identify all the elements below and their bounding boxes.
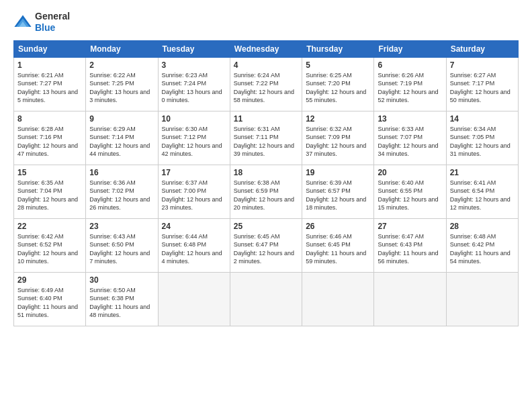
day-number: 7 [450, 60, 515, 70]
day-cell-13: 13 Sunrise: 6:33 AM Sunset: 7:07 PM Dayl… [374, 111, 446, 165]
col-saturday: Saturday [446, 40, 518, 57]
calendar-table: Sunday Monday Tuesday Wednesday Thursday… [13, 40, 519, 326]
calendar-week-2: 8 Sunrise: 6:28 AM Sunset: 7:16 PM Dayli… [14, 111, 519, 165]
day-info: Sunrise: 6:34 AM Sunset: 7:05 PM Dayligh… [450, 125, 515, 158]
day-number: 3 [162, 60, 226, 70]
day-number: 21 [450, 168, 515, 177]
day-cell-28: 28 Sunrise: 6:48 AM Sunset: 6:42 PM Dayl… [446, 218, 518, 272]
day-cell-15: 15 Sunrise: 6:35 AM Sunset: 7:04 PM Dayl… [14, 165, 86, 218]
day-number: 8 [17, 114, 82, 124]
day-cell-21: 21 Sunrise: 6:41 AM Sunset: 6:54 PM Dayl… [446, 165, 518, 218]
day-number: 15 [17, 168, 82, 177]
day-number: 5 [306, 60, 370, 70]
day-number: 23 [89, 222, 154, 231]
day-info: Sunrise: 6:40 AM Sunset: 6:55 PM Dayligh… [378, 179, 442, 212]
day-number: 14 [450, 114, 515, 124]
day-cell-3: 3 Sunrise: 6:23 AM Sunset: 7:24 PM Dayli… [158, 57, 230, 111]
day-info: Sunrise: 6:35 AM Sunset: 7:04 PM Dayligh… [17, 179, 82, 212]
day-number: 25 [234, 222, 298, 231]
day-cell-30: 30 Sunrise: 6:50 AM Sunset: 6:38 PM Dayl… [86, 272, 158, 326]
day-cell-1: 1 Sunrise: 6:21 AM Sunset: 7:27 PM Dayli… [14, 57, 86, 111]
day-info: Sunrise: 6:22 AM Sunset: 7:25 PM Dayligh… [89, 71, 154, 105]
logo-text: General Blue [35, 11, 70, 34]
day-cell-2: 2 Sunrise: 6:22 AM Sunset: 7:25 PM Dayli… [86, 57, 158, 111]
day-cell-20: 20 Sunrise: 6:40 AM Sunset: 6:55 PM Dayl… [374, 165, 446, 218]
col-wednesday: Wednesday [230, 40, 302, 57]
day-info: Sunrise: 6:48 AM Sunset: 6:42 PM Dayligh… [450, 232, 515, 266]
day-info: Sunrise: 6:47 AM Sunset: 6:43 PM Dayligh… [378, 232, 442, 266]
logo-general: General [35, 11, 70, 22]
day-info: Sunrise: 6:26 AM Sunset: 7:19 PM Dayligh… [378, 71, 442, 105]
calendar-header-row: Sunday Monday Tuesday Wednesday Thursday… [14, 40, 519, 57]
empty-cell [446, 272, 518, 326]
day-number: 17 [162, 168, 226, 177]
day-number: 9 [89, 114, 154, 124]
day-cell-14: 14 Sunrise: 6:34 AM Sunset: 7:05 PM Dayl… [446, 111, 518, 165]
day-cell-29: 29 Sunrise: 6:49 AM Sunset: 6:40 PM Dayl… [14, 272, 86, 326]
day-cell-12: 12 Sunrise: 6:32 AM Sunset: 7:09 PM Dayl… [302, 111, 374, 165]
day-cell-23: 23 Sunrise: 6:43 AM Sunset: 6:50 PM Dayl… [86, 218, 158, 272]
day-info: Sunrise: 6:49 AM Sunset: 6:40 PM Dayligh… [17, 286, 82, 320]
col-thursday: Thursday [302, 40, 374, 57]
calendar-week-3: 15 Sunrise: 6:35 AM Sunset: 7:04 PM Dayl… [14, 165, 519, 218]
day-info: Sunrise: 6:50 AM Sunset: 6:38 PM Dayligh… [89, 286, 154, 320]
day-info: Sunrise: 6:32 AM Sunset: 7:09 PM Dayligh… [306, 125, 370, 158]
day-info: Sunrise: 6:44 AM Sunset: 6:48 PM Dayligh… [162, 232, 226, 266]
day-info: Sunrise: 6:23 AM Sunset: 7:24 PM Dayligh… [162, 71, 226, 105]
day-info: Sunrise: 6:31 AM Sunset: 7:11 PM Dayligh… [234, 125, 298, 158]
day-number: 24 [162, 222, 226, 231]
day-cell-24: 24 Sunrise: 6:44 AM Sunset: 6:48 PM Dayl… [158, 218, 230, 272]
day-info: Sunrise: 6:25 AM Sunset: 7:20 PM Dayligh… [306, 71, 370, 105]
day-cell-9: 9 Sunrise: 6:29 AM Sunset: 7:14 PM Dayli… [86, 111, 158, 165]
day-number: 26 [306, 222, 370, 231]
logo-blue: Blue [35, 22, 70, 34]
day-cell-11: 11 Sunrise: 6:31 AM Sunset: 7:11 PM Dayl… [230, 111, 302, 165]
calendar-week-5: 29 Sunrise: 6:49 AM Sunset: 6:40 PM Dayl… [14, 272, 519, 326]
day-number: 30 [89, 275, 154, 285]
logo: General Blue [13, 11, 70, 34]
day-cell-5: 5 Sunrise: 6:25 AM Sunset: 7:20 PM Dayli… [302, 57, 374, 111]
day-info: Sunrise: 6:27 AM Sunset: 7:17 PM Dayligh… [450, 71, 515, 105]
day-info: Sunrise: 6:28 AM Sunset: 7:16 PM Dayligh… [17, 125, 82, 158]
day-number: 12 [306, 114, 370, 124]
day-info: Sunrise: 6:38 AM Sunset: 6:59 PM Dayligh… [234, 179, 298, 212]
day-number: 2 [89, 60, 154, 70]
day-number: 13 [378, 114, 442, 124]
col-friday: Friday [374, 40, 446, 57]
day-info: Sunrise: 6:21 AM Sunset: 7:27 PM Dayligh… [17, 71, 82, 105]
day-number: 28 [450, 222, 515, 231]
day-number: 4 [234, 60, 298, 70]
day-number: 18 [234, 168, 298, 177]
day-number: 22 [17, 222, 82, 231]
day-cell-4: 4 Sunrise: 6:24 AM Sunset: 7:22 PM Dayli… [230, 57, 302, 111]
day-cell-27: 27 Sunrise: 6:47 AM Sunset: 6:43 PM Dayl… [374, 218, 446, 272]
day-info: Sunrise: 6:24 AM Sunset: 7:22 PM Dayligh… [234, 71, 298, 105]
day-number: 6 [378, 60, 442, 70]
day-cell-16: 16 Sunrise: 6:36 AM Sunset: 7:02 PM Dayl… [86, 165, 158, 218]
day-cell-18: 18 Sunrise: 6:38 AM Sunset: 6:59 PM Dayl… [230, 165, 302, 218]
day-cell-7: 7 Sunrise: 6:27 AM Sunset: 7:17 PM Dayli… [446, 57, 518, 111]
day-info: Sunrise: 6:37 AM Sunset: 7:00 PM Dayligh… [162, 179, 226, 212]
day-info: Sunrise: 6:46 AM Sunset: 6:45 PM Dayligh… [306, 232, 370, 266]
day-info: Sunrise: 6:30 AM Sunset: 7:12 PM Dayligh… [162, 125, 226, 158]
day-info: Sunrise: 6:39 AM Sunset: 6:57 PM Dayligh… [306, 179, 370, 212]
day-number: 29 [17, 275, 82, 285]
day-cell-19: 19 Sunrise: 6:39 AM Sunset: 6:57 PM Dayl… [302, 165, 374, 218]
day-info: Sunrise: 6:45 AM Sunset: 6:47 PM Dayligh… [234, 232, 298, 266]
col-monday: Monday [86, 40, 158, 57]
empty-cell [302, 272, 374, 326]
day-cell-8: 8 Sunrise: 6:28 AM Sunset: 7:16 PM Dayli… [14, 111, 86, 165]
day-cell-26: 26 Sunrise: 6:46 AM Sunset: 6:45 PM Dayl… [302, 218, 374, 272]
day-info: Sunrise: 6:41 AM Sunset: 6:54 PM Dayligh… [450, 179, 515, 212]
day-info: Sunrise: 6:36 AM Sunset: 7:02 PM Dayligh… [89, 179, 154, 212]
day-info: Sunrise: 6:29 AM Sunset: 7:14 PM Dayligh… [89, 125, 154, 158]
day-number: 20 [378, 168, 442, 177]
day-number: 11 [234, 114, 298, 124]
col-tuesday: Tuesday [158, 40, 230, 57]
day-cell-22: 22 Sunrise: 6:42 AM Sunset: 6:52 PM Dayl… [14, 218, 86, 272]
calendar-week-1: 1 Sunrise: 6:21 AM Sunset: 7:27 PM Dayli… [14, 57, 519, 111]
col-sunday: Sunday [14, 40, 86, 57]
day-info: Sunrise: 6:43 AM Sunset: 6:50 PM Dayligh… [89, 232, 154, 266]
day-number: 1 [17, 60, 82, 70]
day-number: 19 [306, 168, 370, 177]
